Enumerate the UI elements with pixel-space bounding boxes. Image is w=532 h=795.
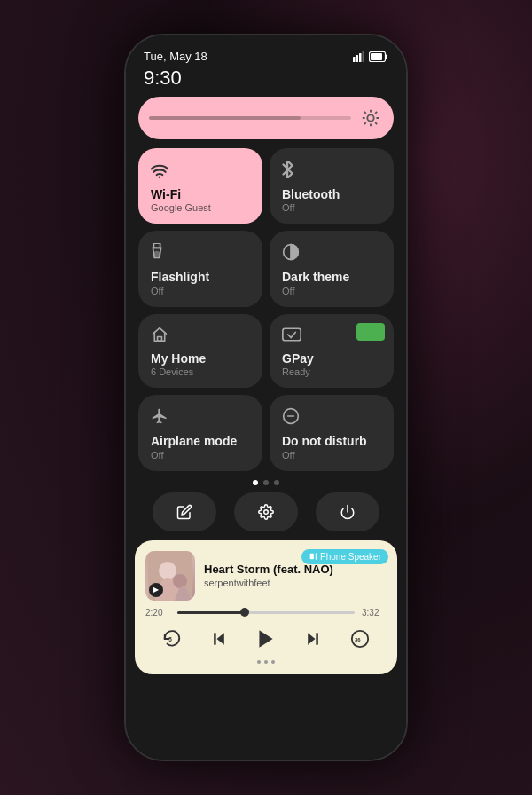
progress-thumb	[240, 608, 249, 617]
tile-gpay[interactable]: GPay Ready	[270, 314, 394, 388]
wifi-label: Wi-Fi	[151, 188, 250, 201]
svg-rect-35	[316, 633, 318, 644]
quick-settings-panel: Wi-Fi Google Guest Bluetooth Off	[126, 97, 406, 471]
media-artist: serpentwithfeet	[204, 578, 387, 588]
tile-wifi[interactable]: Wi-Fi Google Guest	[138, 148, 262, 224]
tiles-grid: Wi-Fi Google Guest Bluetooth Off	[138, 148, 394, 471]
edit-button[interactable]	[153, 492, 216, 531]
svg-rect-20	[158, 336, 162, 341]
svg-point-18	[155, 252, 160, 256]
progress-track[interactable]	[177, 611, 355, 614]
play-button[interactable]	[252, 625, 280, 653]
bottom-actions	[126, 492, 406, 531]
svg-rect-2	[359, 53, 362, 62]
media-dots	[145, 660, 387, 664]
gpay-sub: Ready	[282, 366, 381, 377]
svg-point-28	[159, 562, 176, 579]
phone-frame: Tue, May 18 9:30	[124, 34, 408, 761]
svg-rect-3	[363, 51, 365, 62]
tile-bluetooth[interactable]: Bluetooth Off	[270, 148, 394, 224]
progress-row: 2:20 3:32	[145, 608, 387, 618]
previous-button[interactable]	[205, 625, 233, 653]
signal-icon	[353, 51, 365, 62]
bluetooth-sub: Off	[282, 202, 381, 213]
edit-icon	[176, 504, 192, 520]
page-dot-3	[274, 480, 279, 485]
media-dot-1	[257, 660, 261, 664]
dnd-sub: Off	[282, 450, 381, 460]
speed-button[interactable]: 36	[346, 625, 374, 653]
airplane-sub: Off	[151, 450, 250, 460]
media-dot-2	[264, 660, 268, 664]
brightness-icon	[358, 106, 383, 130]
wifi-icon	[151, 164, 250, 183]
speaker-icon	[309, 552, 317, 561]
svg-rect-32	[214, 633, 216, 644]
time-current: 2:20	[145, 608, 170, 618]
svg-line-12	[364, 112, 366, 114]
tile-dark-theme[interactable]: Dark theme Off	[270, 231, 394, 306]
next-button[interactable]	[299, 625, 327, 653]
page-dot-1	[253, 480, 258, 485]
svg-marker-33	[259, 630, 272, 648]
power-icon	[340, 504, 356, 520]
svg-point-16	[159, 176, 161, 178]
flashlight-icon	[151, 243, 250, 265]
svg-rect-5	[386, 54, 388, 59]
gpay-badge	[356, 323, 385, 341]
dark-theme-sub: Off	[282, 286, 381, 296]
power-button[interactable]	[316, 492, 379, 531]
svg-line-15	[375, 112, 377, 114]
media-controls: 5	[145, 625, 387, 653]
album-art: ▶	[145, 551, 195, 601]
tile-dnd[interactable]: Do not disturb Off	[270, 395, 394, 470]
play-icon	[254, 627, 278, 650]
svg-text:36: 36	[355, 637, 361, 642]
bluetooth-label: Bluetooth	[282, 188, 381, 201]
airplane-label: Airplane mode	[151, 435, 250, 448]
my-home-label: My Home	[151, 352, 250, 366]
previous-icon	[210, 630, 228, 648]
svg-point-29	[173, 574, 187, 588]
dark-theme-label: Dark theme	[282, 271, 381, 284]
brightness-track	[149, 116, 351, 120]
wifi-sub: Google Guest	[151, 202, 250, 213]
settings-button[interactable]	[234, 492, 298, 531]
page-dot-2	[263, 480, 269, 485]
tile-flashlight[interactable]: Flashlight Off	[138, 231, 262, 306]
svg-rect-1	[356, 55, 359, 62]
replay-icon: 5	[162, 629, 182, 649]
media-title: Heart Storm (feat. NAO)	[204, 563, 387, 577]
replay-button[interactable]: 5	[158, 625, 186, 653]
svg-rect-6	[371, 53, 382, 60]
svg-line-13	[375, 122, 377, 124]
brightness-slider[interactable]	[138, 97, 394, 139]
media-dot-3	[271, 660, 275, 664]
my-home-sub: 6 Devices	[151, 366, 250, 377]
page-dots	[126, 480, 406, 485]
media-info: Heart Storm (feat. NAO) serpentwithfeet	[204, 563, 387, 589]
speed-icon: 36	[350, 629, 370, 649]
album-play-indicator: ▶	[149, 583, 163, 597]
screen: Tue, May 18 9:30	[126, 35, 406, 760]
tile-airplane[interactable]: Airplane mode Off	[138, 395, 262, 470]
svg-marker-34	[308, 633, 315, 644]
svg-rect-21	[283, 328, 301, 341]
settings-icon	[258, 504, 274, 520]
svg-point-7	[367, 114, 373, 121]
status-icons	[353, 51, 388, 62]
current-time: 9:30	[144, 67, 182, 89]
time-display: 9:30	[126, 67, 406, 97]
svg-marker-31	[217, 633, 224, 644]
status-date: Tue, May 18	[144, 50, 207, 63]
airplane-icon	[151, 407, 250, 429]
tile-my-home[interactable]: My Home 6 Devices	[138, 314, 262, 388]
time-total: 3:32	[362, 608, 387, 618]
status-bar: Tue, May 18	[126, 35, 406, 67]
dnd-label: Do not disturb	[282, 435, 381, 448]
media-player: Phone Speaker ▶ Heart Storm (feat. NAO)	[135, 540, 397, 674]
brightness-fill	[149, 116, 301, 120]
svg-rect-26	[310, 554, 314, 560]
next-icon	[304, 630, 322, 648]
progress-fill	[177, 611, 245, 614]
